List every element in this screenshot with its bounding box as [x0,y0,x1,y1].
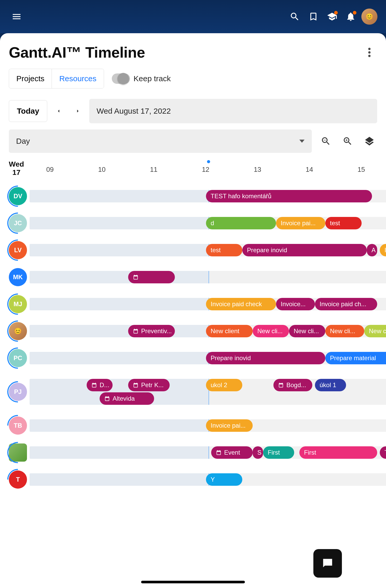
zoom-in-button[interactable] [340,133,355,149]
resource-avatar[interactable] [9,443,27,462]
svg-point-0 [368,48,371,50]
academy-icon[interactable] [323,7,341,26]
hour-label: 09 [24,166,76,174]
resource-avatar[interactable]: LV [9,241,27,259]
hour-label: 12 [180,166,232,174]
task-bar[interactable]: Invoice paid ch... [315,298,377,310]
today-button[interactable]: Today [9,100,47,122]
zoom-out-button[interactable] [318,133,334,149]
task-bar[interactable]: New cli... [289,325,325,337]
task-bar[interactable]: T [380,446,386,459]
task-bar[interactable]: A [367,244,377,256]
chat-fab[interactable] [313,549,342,578]
task-bar[interactable]: Petr K... [128,379,170,391]
layers-button[interactable] [362,133,377,149]
resource-track[interactable] [30,271,386,283]
resource-avatar[interactable]: MJ [9,295,27,313]
task-bar[interactable]: úkol 1 [315,379,346,391]
task-bar[interactable]: Prepare inovid [242,244,367,256]
granularity-select[interactable]: Day [9,129,312,153]
task-bar[interactable]: test [325,217,362,229]
past-shade [30,271,209,283]
search-icon[interactable] [285,7,304,26]
resource-row: TY [0,469,386,490]
now-line [209,446,209,459]
resource-avatar[interactable]: 😊 [9,322,27,340]
resource-avatar[interactable]: DV [9,187,27,205]
toggle-knob [118,73,129,84]
resource-track[interactable]: dInvoice pai...test [30,217,386,229]
resource-avatar[interactable]: PJ [9,383,27,401]
keep-track-label: Keep track [134,74,171,83]
resource-track[interactable]: Y [30,473,386,486]
task-bar[interactable]: TEST hafo komentářů [206,190,372,202]
next-day-button[interactable] [70,103,86,119]
resource-track[interactable]: D...Petr K...Altevidaukol 2Bogd...úkol 1… [30,379,386,405]
chevron-down-icon [299,139,305,143]
resource-row: PCPrepare inovidPrepare material [0,348,386,368]
resource-avatar[interactable]: TB [9,416,27,435]
resource-avatar[interactable]: JC [9,214,27,232]
task-bar[interactable]: Invoice... [276,298,315,310]
task-bar[interactable]: New cli... [253,325,289,337]
resource-row: LVtestPrepare inovidAInvoi... [0,240,386,260]
task-bar[interactable] [128,271,175,283]
task-bar[interactable]: Invoi... [380,244,386,256]
now-dot [207,160,210,163]
task-bar[interactable]: S [253,446,263,459]
past-shade [30,190,209,202]
task-bar[interactable]: Event [211,446,253,459]
task-bar[interactable]: Prepare inovid [206,352,325,364]
notifications-icon[interactable] [341,7,360,26]
task-bar[interactable]: New cli... [364,325,386,337]
granularity-value: Day [16,137,30,146]
bookmark-icon[interactable] [304,7,323,26]
badge-dot [353,11,356,15]
hour-label: 10 [76,166,128,174]
task-bar[interactable]: D... [87,379,113,391]
resource-track[interactable]: Prepare inovidPrepare material [30,352,386,364]
badge-dot [334,11,338,15]
current-date-display[interactable]: Wed August 17, 2022 [89,99,377,123]
resource-track[interactable]: EventSFirstFirstT [30,446,386,459]
resource-track[interactable]: TEST hafo komentářů [30,190,386,202]
task-bar[interactable]: Altevida [100,392,154,405]
resource-track[interactable]: Invoice paid checkInvoice...Invoice paid… [30,298,386,310]
page-title: Gantt.AI™ Timeline [9,44,145,61]
resource-avatar[interactable]: T [9,470,27,489]
past-shade [30,419,209,432]
keep-track-toggle[interactable] [112,73,130,84]
svg-point-1 [368,51,371,53]
task-bar[interactable]: Prepare material [325,352,386,364]
task-bar[interactable]: Y [206,473,242,486]
tab-projects[interactable]: Projects [9,69,52,88]
menu-button[interactable] [7,7,26,26]
more-menu-button[interactable] [362,45,377,60]
task-bar[interactable]: ukol 2 [206,379,242,391]
prev-day-button[interactable] [51,103,66,119]
resource-track[interactable]: Invoice pai... [30,419,386,432]
resource-row: MJInvoice paid checkInvoice...Invoice pa… [0,294,386,314]
past-shade [30,217,209,229]
resource-track[interactable]: Preventiv...New clientNew cli...New cli.… [30,325,386,337]
task-bar[interactable]: d [206,217,276,229]
task-bar[interactable]: First [263,446,294,459]
task-bar[interactable]: Preventiv... [128,325,175,337]
task-bar[interactable]: Invoice paid check [206,298,276,310]
task-bar[interactable]: Invoice pai... [276,217,325,229]
resource-track[interactable]: testPrepare inovidAInvoi... [30,244,386,256]
resource-avatar[interactable]: PC [9,349,27,367]
task-bar[interactable]: test [206,244,242,256]
task-bar[interactable]: Invoice pai... [206,419,253,432]
home-indicator [141,581,245,583]
task-bar[interactable]: Bogd... [273,379,312,391]
profile-avatar[interactable]: 😊 [360,7,379,26]
tab-resources[interactable]: Resources [52,69,104,88]
task-bar[interactable]: New cli... [325,325,364,337]
day-num: 17 [9,168,24,177]
task-bar[interactable]: First [299,446,377,459]
resource-avatar[interactable]: MK [9,268,27,286]
task-bar[interactable]: New client [206,325,253,337]
hour-label: 11 [128,166,180,174]
hour-label: 14 [284,166,335,174]
